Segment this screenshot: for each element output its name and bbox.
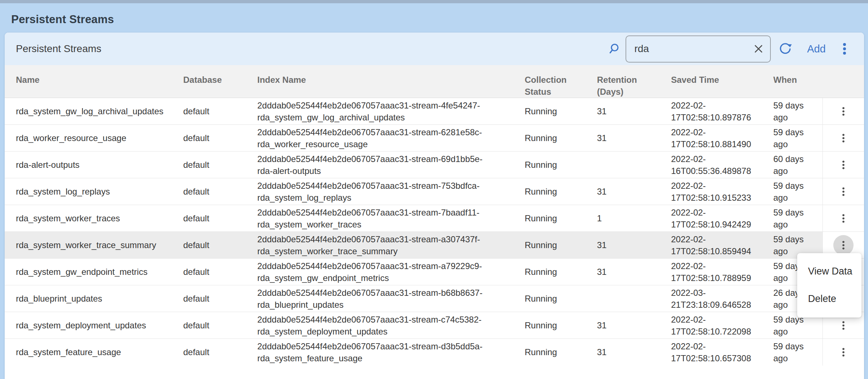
- cell-saved-time: 2022-02-17T02:58:10.915233: [667, 178, 769, 205]
- cell-name: rda_worker_resource_usage: [5, 125, 179, 152]
- kebab-menu-icon: [842, 214, 845, 223]
- cell-saved-time: 2022-02-17T02:58:10.657308: [667, 339, 769, 366]
- cell-retention-days: [593, 285, 667, 312]
- cell-collection-status: Running: [520, 152, 593, 178]
- row-actions-button[interactable]: [833, 182, 854, 202]
- table-body: rda_system_gw_log_archival_updatesdefaul…: [5, 98, 864, 366]
- toolbar-actions: Add: [607, 35, 847, 63]
- cell-collection-status: Running: [520, 339, 593, 366]
- cell-saved-time: 2022-02-17T02:58:10.881490: [667, 125, 769, 152]
- column-header-database: Database: [179, 65, 253, 98]
- cell-collection-status: Running: [520, 312, 593, 339]
- context-menu: View Data Delete: [797, 253, 861, 318]
- kebab-menu-icon: [842, 160, 845, 170]
- cell-name: rda_system_worker_traces: [5, 205, 179, 232]
- column-header-collection-status: Collection Status: [520, 65, 593, 98]
- cell-saved-time: 2022-02-17T02:58:10.897876: [667, 98, 769, 125]
- row-actions-button[interactable]: [833, 155, 854, 175]
- cell-database: default: [179, 285, 253, 312]
- cell-name: rda_system_log_replays: [5, 178, 179, 205]
- cell-name: rda_system_deployment_updates: [5, 312, 179, 339]
- column-header-retention: Retention (Days): [593, 65, 667, 98]
- row-actions-button[interactable]: [833, 208, 854, 229]
- cell-database: default: [179, 98, 253, 125]
- search-input[interactable]: [626, 35, 771, 63]
- content-card: Persistent Streams: [5, 33, 864, 379]
- table-row[interactable]: rda_worker_resource_usagedefault2dddab0e…: [5, 125, 864, 152]
- table-row[interactable]: rda_system_deployment_updatesdefault2ddd…: [5, 312, 864, 339]
- cell-when: 59 daysago: [769, 125, 822, 152]
- row-actions-button[interactable]: [833, 101, 854, 122]
- cell-database: default: [179, 125, 253, 152]
- cell-index-name: 2dddab0e52544f4eb2de067057aaac31-stream-…: [253, 125, 520, 152]
- column-header-index-name: Index Name: [253, 65, 520, 98]
- cell-actions: [822, 339, 864, 366]
- kebab-menu-icon: [842, 133, 845, 143]
- row-actions-button[interactable]: [833, 235, 854, 255]
- cell-collection-status: Running: [520, 259, 593, 285]
- cell-retention-days: 31: [593, 125, 667, 152]
- menu-item-view-data[interactable]: View Data: [797, 257, 861, 285]
- cell-retention-days: 31: [593, 98, 667, 125]
- cell-saved-time: 2022-02-16T00:55:36.489878: [667, 152, 769, 178]
- cell-retention-days: 31: [593, 259, 667, 285]
- kebab-menu-icon: [842, 42, 847, 55]
- cell-saved-time: 2022-02-17T02:58:10.859494: [667, 232, 769, 259]
- cell-collection-status: Running: [520, 98, 593, 125]
- cell-saved-time: 2022-02-17T02:58:10.942429: [667, 205, 769, 232]
- cell-index-name: 2dddab0e52544f4eb2de067057aaac31-stream-…: [253, 205, 520, 232]
- table-row[interactable]: rda_system_worker_trace_summarydefault2d…: [5, 232, 864, 259]
- cell-database: default: [179, 339, 253, 366]
- table-row[interactable]: rda_system_gw_log_archival_updatesdefaul…: [5, 98, 864, 125]
- menu-item-delete[interactable]: Delete: [797, 285, 861, 312]
- row-actions-button[interactable]: [833, 342, 854, 362]
- cell-retention-days: 31: [593, 312, 667, 339]
- table-row[interactable]: rda-alert-outputsdefault2dddab0e52544f4e…: [5, 152, 864, 178]
- cell-actions: [822, 98, 864, 125]
- cell-when: 59 daysago: [769, 205, 822, 232]
- toolbar-overflow-button[interactable]: [842, 42, 847, 55]
- table-row[interactable]: rda_system_gw_endpoint_metricsdefault2dd…: [5, 259, 864, 285]
- page-title: Persistent Streams: [11, 13, 114, 26]
- cell-name: rda_blueprint_updates: [5, 285, 179, 312]
- table-row[interactable]: rda_system_feature_usagedefault2dddab0e5…: [5, 339, 864, 366]
- persistent-streams-page: { "page": { "title": "Persistent Streams…: [0, 0, 868, 379]
- cell-collection-status: Running: [520, 125, 593, 152]
- cell-name: rda_system_worker_trace_summary: [5, 232, 179, 259]
- cell-retention-days: [593, 152, 667, 178]
- cell-collection-status: Running: [520, 232, 593, 259]
- clear-search-button[interactable]: [751, 42, 766, 56]
- cell-collection-status: Running: [520, 178, 593, 205]
- top-edge-strip: [0, 0, 868, 3]
- cell-database: default: [179, 205, 253, 232]
- table-row[interactable]: rda_blueprint_updatesdefault2dddab0e5254…: [5, 285, 864, 312]
- cell-retention-days: 1: [593, 205, 667, 232]
- cell-collection-status: Running: [520, 205, 593, 232]
- cell-index-name: 2dddab0e52544f4eb2de067057aaac31-stream-…: [253, 178, 520, 205]
- cell-saved-time: 2022-02-17T02:58:10.722098: [667, 312, 769, 339]
- cell-index-name: 2dddab0e52544f4eb2de067057aaac31-stream-…: [253, 152, 520, 178]
- cell-name: rda_system_feature_usage: [5, 339, 179, 366]
- clear-icon: [753, 43, 764, 54]
- cell-index-name: 2dddab0e52544f4eb2de067057aaac31-stream-…: [253, 232, 520, 259]
- cell-index-name: 2dddab0e52544f4eb2de067057aaac31-stream-…: [253, 339, 520, 366]
- cell-retention-days: 31: [593, 232, 667, 259]
- cell-actions: [822, 178, 864, 205]
- cell-saved-time: 2022-02-17T02:58:10.788959: [667, 259, 769, 285]
- row-actions-button[interactable]: [833, 315, 854, 336]
- cell-database: default: [179, 232, 253, 259]
- column-header-name: Name: [5, 65, 179, 98]
- cell-actions: [822, 205, 864, 232]
- row-actions-button[interactable]: [833, 128, 854, 148]
- table-row[interactable]: rda_system_worker_tracesdefault2dddab0e5…: [5, 205, 864, 232]
- table-row[interactable]: rda_system_log_replaysdefault2dddab0e525…: [5, 178, 864, 205]
- cell-collection-status: Running: [520, 285, 593, 312]
- streams-table: Name Database Index Name Collection Stat…: [5, 65, 864, 366]
- refresh-button[interactable]: [778, 42, 792, 56]
- cell-database: default: [179, 312, 253, 339]
- table-header-row: Name Database Index Name Collection Stat…: [5, 65, 864, 98]
- column-header-saved-time: Saved Time: [667, 65, 769, 98]
- kebab-menu-icon: [842, 187, 845, 196]
- add-button[interactable]: Add: [807, 43, 826, 55]
- cell-database: default: [179, 259, 253, 285]
